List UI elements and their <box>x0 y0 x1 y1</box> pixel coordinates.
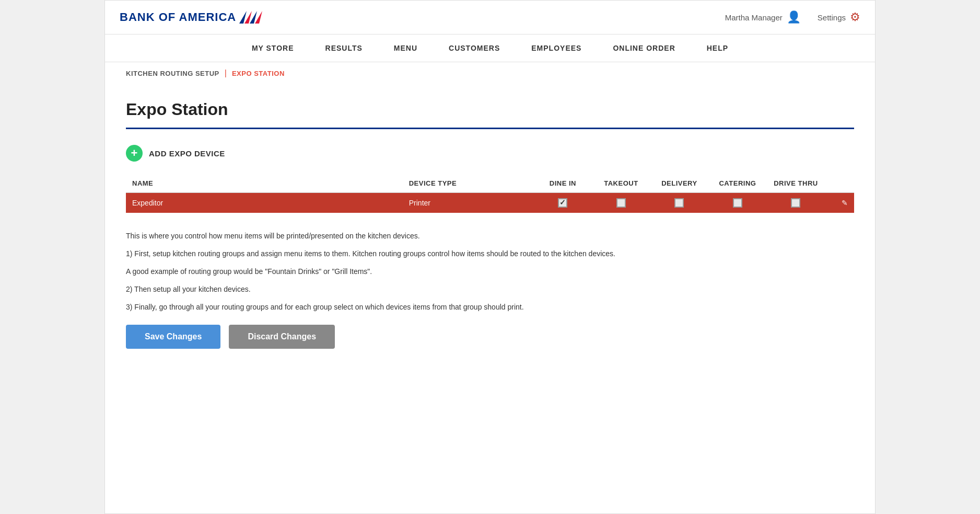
add-device-row[interactable]: + ADD EXPO DEVICE <box>126 145 854 162</box>
breadcrumb: KITCHEN ROUTING SETUP | EXPO STATION <box>105 62 875 84</box>
table-header: NAME DEVICE TYPE DINE IN TAKEOUT DELIVER… <box>126 174 854 193</box>
page-content: Expo Station + ADD EXPO DEVICE NAME DEVI… <box>105 84 875 364</box>
nav-item-results[interactable]: RESULTS <box>310 35 378 62</box>
cell-name: Expeditor <box>126 193 403 213</box>
table-row[interactable]: ExpeditorPrinter✎ <box>126 193 854 213</box>
nav-item-customers[interactable]: CUSTOMERS <box>433 35 516 62</box>
cell-delivery[interactable] <box>650 193 709 213</box>
catering-checkbox[interactable] <box>733 198 742 208</box>
th-dine-in: DINE IN <box>534 174 592 193</box>
device-table: NAME DEVICE TYPE DINE IN TAKEOUT DELIVER… <box>126 174 854 213</box>
save-button[interactable]: Save Changes <box>126 325 220 349</box>
info-line4: 2) Then setup all your kitchen devices. <box>126 282 854 296</box>
add-device-label[interactable]: ADD EXPO DEVICE <box>149 149 225 158</box>
user-icon: 👤 <box>787 10 801 24</box>
settings-label[interactable]: Settings <box>818 13 846 22</box>
header-right: Martha Manager 👤 Settings ⚙ <box>725 10 860 24</box>
user-name: Martha Manager <box>725 13 783 22</box>
th-device-type: DEVICE TYPE <box>403 174 534 193</box>
th-name: NAME <box>126 174 403 193</box>
logo-flag-icon <box>239 9 262 26</box>
add-device-icon[interactable]: + <box>126 145 143 162</box>
button-row: Save Changes Discard Changes <box>126 325 854 349</box>
cell-drive_thru[interactable] <box>767 193 825 213</box>
th-drive-thru: DRIVE THRU <box>767 174 825 193</box>
nav-item-menu[interactable]: MENU <box>378 35 433 62</box>
drive_thru-checkbox[interactable] <box>791 198 800 208</box>
main-nav: MY STORE RESULTS MENU CUSTOMERS EMPLOYEE… <box>105 35 875 62</box>
dine_in-checkbox[interactable] <box>558 198 567 208</box>
settings-section[interactable]: Settings ⚙ <box>818 10 860 24</box>
cell-catering[interactable] <box>708 193 767 213</box>
page-title: Expo Station <box>126 100 854 119</box>
info-section: This is where you control how menu items… <box>126 229 854 314</box>
th-catering: CATERING <box>708 174 767 193</box>
delivery-checkbox[interactable] <box>674 198 684 208</box>
th-takeout: TAKEOUT <box>592 174 650 193</box>
cell-dine_in[interactable] <box>534 193 592 213</box>
svg-marker-0 <box>239 11 247 24</box>
gear-icon[interactable]: ⚙ <box>850 10 860 24</box>
title-divider <box>126 128 854 129</box>
th-actions <box>825 174 854 193</box>
info-line5: 3) Finally, go through all your routing … <box>126 300 854 314</box>
info-line1: This is where you control how menu items… <box>126 229 854 243</box>
logo: BANK OF AMERICA <box>120 9 262 26</box>
nav-item-help[interactable]: HELP <box>691 35 744 62</box>
nav-item-online-order[interactable]: ONLINE ORDER <box>597 35 691 62</box>
cell-device-type: Printer <box>403 193 534 213</box>
breadcrumb-current[interactable]: EXPO STATION <box>232 70 285 77</box>
breadcrumb-separator: | <box>225 68 227 78</box>
edit-icon[interactable]: ✎ <box>825 193 854 213</box>
header: BANK OF AMERICA Martha Manager 👤 Setti <box>105 1 875 35</box>
nav-item-employees[interactable]: EMPLOYEES <box>516 35 597 62</box>
breadcrumb-parent[interactable]: KITCHEN ROUTING SETUP <box>126 70 219 77</box>
th-delivery: DELIVERY <box>650 174 709 193</box>
info-line2: 1) First, setup kitchen routing groups a… <box>126 246 854 261</box>
discard-button[interactable]: Discard Changes <box>229 325 335 349</box>
cell-takeout[interactable] <box>592 193 650 213</box>
logo-text: BANK OF AMERICA <box>120 10 236 24</box>
nav-item-my-store[interactable]: MY STORE <box>236 35 310 62</box>
user-section: Martha Manager 👤 <box>725 10 801 24</box>
table-body: ExpeditorPrinter✎ <box>126 193 854 213</box>
takeout-checkbox[interactable] <box>616 198 626 208</box>
info-line3: A good example of routing group would be… <box>126 264 854 279</box>
